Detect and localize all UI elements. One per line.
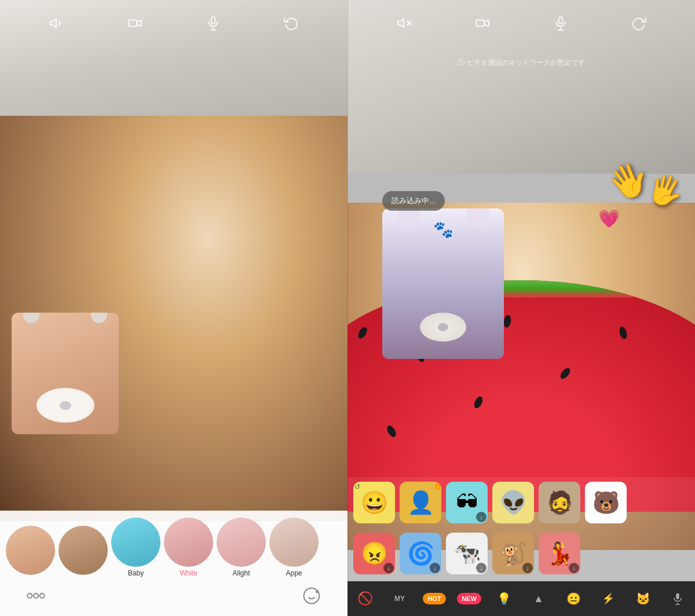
filter-geisha[interactable]: 💃 ↓ <box>539 533 580 574</box>
tab-face[interactable]: 😐 <box>556 581 591 616</box>
animal-icon: 🐱 <box>636 592 650 606</box>
seed-4 <box>558 366 572 381</box>
paw-sticker: 🐾 <box>433 220 453 239</box>
bottom-actions-left <box>0 577 348 611</box>
filter-man[interactable]: 🧔 <box>539 482 580 523</box>
filter-bear-icon: 🐻 <box>587 483 625 522</box>
filter-man-icon: 🧔 <box>539 482 580 523</box>
filter-item-1[interactable] <box>58 526 108 577</box>
tab-my[interactable]: MY <box>382 581 417 616</box>
filter-item-alight[interactable]: Alight <box>217 518 266 577</box>
filter-circle-alight[interactable] <box>217 518 266 567</box>
small-video-left <box>12 313 119 434</box>
filter-glasses[interactable]: 🕶 ↓ <box>446 482 488 523</box>
svg-rect-19 <box>558 17 562 24</box>
filter-label-white: White <box>180 569 197 577</box>
bear-ear-right <box>91 313 107 323</box>
svg-rect-3 <box>211 17 215 24</box>
filter-label-baby: Baby <box>128 569 144 577</box>
filter-scroll: Baby White Alight Appe <box>0 518 348 577</box>
rotate-icon-right[interactable] <box>627 12 650 35</box>
filter-angry[interactable]: 😠 ↓ <box>353 533 395 574</box>
filter-cow[interactable]: 🐄 ↓ <box>446 533 488 574</box>
seed-6 <box>473 395 484 409</box>
svg-rect-17 <box>476 20 484 27</box>
bottom-tabs-right: 🚫 MY HOT NEW 💡 ▲ 😐 ⚡ 🐱 <box>348 581 695 616</box>
filter-circle-baby[interactable] <box>111 518 160 567</box>
filter-alien[interactable]: 👽 <box>492 482 534 523</box>
small-video-right: 🐾 <box>382 208 504 359</box>
filter-label-alight: Alight <box>232 569 250 577</box>
filter-item-apple[interactable]: Appe <box>269 518 319 577</box>
mic-right-icon <box>671 592 684 605</box>
download-badge-geisha: ↓ <box>569 563 579 573</box>
seed-1 <box>356 325 368 340</box>
microphone-icon-right[interactable] <box>549 12 572 35</box>
loading-bubble: 読み込み中... <box>382 191 445 211</box>
seed-5 <box>618 326 628 340</box>
microphone-icon-left[interactable] <box>202 12 225 35</box>
filter-circle-apple[interactable] <box>269 518 319 567</box>
speaker-icon[interactable] <box>45 12 68 35</box>
filter-row-1: 😀 ↺ 👤 ♪ 🕶 ↓ 👽 🧔 🐻 <box>348 477 695 528</box>
idea-icon: 💡 <box>497 592 511 606</box>
svg-marker-14 <box>398 19 404 27</box>
filter-face-swap[interactable]: 👤 ♪ <box>400 482 441 523</box>
tab-new[interactable]: NEW <box>452 581 487 616</box>
bear-ear-small-left <box>397 208 420 227</box>
tab-idea[interactable]: 💡 <box>487 581 521 616</box>
tab-no-filter[interactable]: 🚫 <box>348 581 382 616</box>
download-badge-monkey: ↓ <box>522 563 533 573</box>
tab-triangle[interactable]: ▲ <box>521 581 556 616</box>
face-icon: 😐 <box>566 592 581 606</box>
bear-mask <box>36 388 94 423</box>
speaker-mute-icon[interactable] <box>393 12 416 35</box>
right-video-panel: 🖐 🖐 💗 🐾 読み込み中... <box>348 0 695 616</box>
filter-panel-right: 😀 ↺ 👤 ♪ 🕶 ↓ 👽 🧔 🐻 <box>348 477 695 581</box>
seed-7 <box>385 424 397 438</box>
bear-snout-right <box>420 313 466 342</box>
filter-bear-selected[interactable]: 🐻 <box>585 482 627 523</box>
effects-icon-left[interactable] <box>23 583 49 608</box>
filter-circle-1[interactable] <box>58 526 108 575</box>
video-camera-icon-right[interactable] <box>471 12 494 35</box>
spin-arrow: ↺ <box>354 483 360 491</box>
music-badge: ♪ <box>436 483 441 490</box>
filter-circle-0[interactable] <box>6 526 55 575</box>
panel-divider <box>348 0 348 616</box>
bear-ear-left <box>23 313 39 323</box>
heart-sticker: 💗 <box>598 208 620 229</box>
filter-swirl[interactable]: 🌀 ↓ <box>400 533 441 574</box>
filter-item-baby[interactable]: Baby <box>111 518 160 577</box>
filter-circle-white[interactable] <box>164 518 213 567</box>
download-badge-cow: ↓ <box>476 563 487 573</box>
svg-point-7 <box>27 593 32 598</box>
seed-3 <box>503 314 512 328</box>
filter-label-apple: Appe <box>286 569 302 577</box>
svg-marker-18 <box>484 20 489 27</box>
filter-item-partial[interactable] <box>6 526 55 577</box>
left-video-panel: Baby White Alight Appe <box>0 0 348 616</box>
top-controls-right <box>348 0 695 46</box>
download-badge-angry: ↓ <box>383 563 394 573</box>
filter-emoji-spin[interactable]: 😀 ↺ <box>353 482 395 523</box>
filter-monkey[interactable]: 🐒 ↓ <box>492 533 534 574</box>
effects-icon-right: ⚡ <box>602 592 614 605</box>
svg-rect-22 <box>676 593 679 599</box>
filter-alien-icon: 👽 <box>492 482 534 523</box>
my-tab-label: MY <box>390 592 409 605</box>
tab-hot[interactable]: HOT <box>417 581 452 616</box>
tab-animal[interactable]: 🐱 <box>626 581 660 616</box>
new-tab-label: NEW <box>457 593 481 604</box>
bear-ear-small-right <box>466 208 489 227</box>
video-camera-icon-left[interactable] <box>123 12 147 35</box>
svg-marker-2 <box>137 20 141 27</box>
no-filter-icon: 🚫 <box>357 591 373 606</box>
svg-rect-1 <box>129 20 137 27</box>
tab-effects[interactable]: ⚡ <box>591 581 626 616</box>
tab-mic[interactable] <box>660 581 695 616</box>
filter-item-white[interactable]: White <box>164 518 213 577</box>
emoji-add-icon[interactable] <box>299 583 324 608</box>
download-badge-swirl: ↓ <box>430 563 440 573</box>
rotate-icon-left[interactable] <box>280 12 303 35</box>
